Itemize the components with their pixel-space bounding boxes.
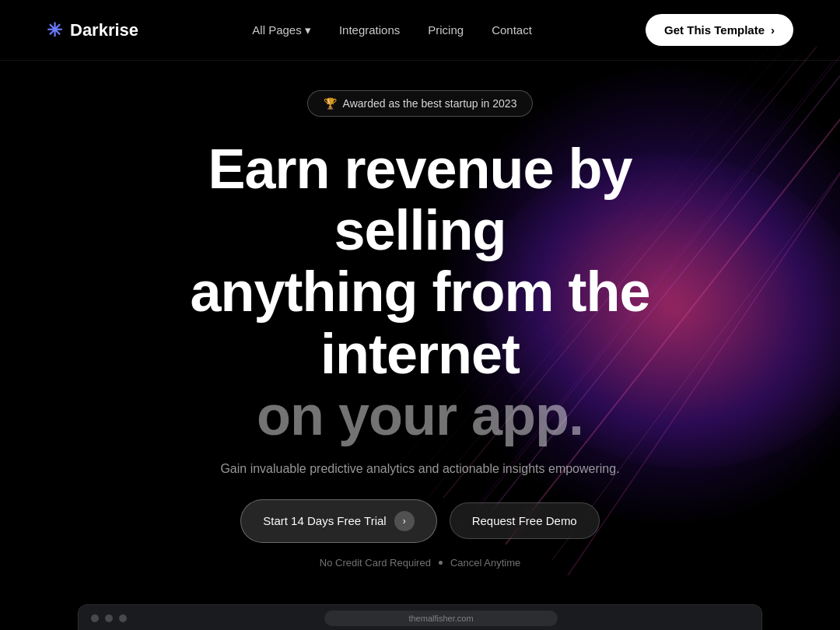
nav-all-pages[interactable]: All Pages ▾ (252, 23, 311, 37)
hero-section: 🏆 Awarded as the best startup in 2023 Ea… (0, 61, 840, 584)
browser-url: themalfisher.com (324, 611, 558, 626)
hero-title-line3: on your app. (117, 385, 723, 446)
award-icon: 🏆 (324, 97, 337, 110)
hero-note-separator (439, 561, 443, 565)
nav-links: All Pages ▾ Integrations Pricing Contact (252, 23, 532, 37)
hero-title-line1: Earn revenue by selling (117, 138, 723, 261)
nav-contact[interactable]: Contact (492, 23, 532, 37)
brand-name: Darkrise (70, 20, 138, 40)
nav-pricing[interactable]: Pricing (428, 23, 464, 37)
hero-buttons: Start 14 Days Free Trial › Request Free … (0, 499, 840, 543)
start-trial-label: Start 14 Days Free Trial (263, 514, 386, 527)
dashboard-preview: themalfisher.com ✳ Dashboard Today, Janu… (78, 604, 762, 630)
hero-title: Earn revenue by selling anything from th… (117, 138, 723, 446)
get-template-button[interactable]: Get This Template › (646, 14, 793, 46)
award-badge: 🏆 Awarded as the best startup in 2023 (307, 90, 534, 117)
hero-subtitle: Gain invaluable predictive analytics and… (202, 462, 638, 476)
nav-integrations[interactable]: Integrations (339, 23, 400, 37)
hero-note-left: No Credit Card Required (320, 557, 431, 569)
hero-note-right: Cancel Anytime (450, 557, 520, 569)
start-trial-button[interactable]: Start 14 Days Free Trial › (240, 499, 436, 543)
browser-dot-2 (105, 614, 113, 622)
logo[interactable]: ✳ Darkrise (47, 19, 138, 41)
hero-title-line2: anything from the internet (117, 261, 723, 384)
award-text: Awarded as the best startup in 2023 (343, 97, 517, 110)
browser-bar: themalfisher.com (79, 605, 761, 630)
browser-dot-1 (91, 614, 99, 622)
navbar: ✳ Darkrise All Pages ▾ Integrations Pric… (0, 0, 840, 61)
start-trial-arrow: › (394, 511, 415, 531)
browser-dot-3 (119, 614, 127, 622)
get-template-label: Get This Template (664, 23, 765, 37)
hero-note: No Credit Card Required Cancel Anytime (0, 557, 840, 569)
logo-icon: ✳ (47, 19, 62, 41)
get-template-arrow: › (771, 23, 775, 37)
request-demo-button[interactable]: Request Free Demo (450, 502, 600, 539)
